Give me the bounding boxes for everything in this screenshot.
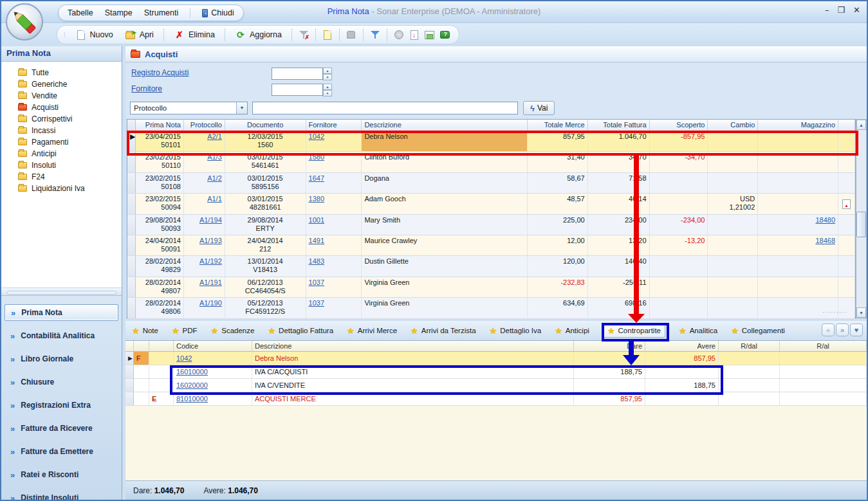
- detail-column-header-avere[interactable]: Avere: [645, 341, 719, 351]
- column-header-marker[interactable]: [127, 120, 136, 131]
- scroll-thumb[interactable]: [856, 212, 866, 237]
- cell-fornitore[interactable]: 1380: [306, 194, 362, 214]
- protocollo-link[interactable]: A1/194: [199, 216, 222, 224]
- cell-protocollo[interactable]: A2/1: [184, 131, 225, 151]
- nav-item-registrazioni-extra[interactable]: »Registrazioni Extra: [5, 397, 118, 414]
- cell-magazzino[interactable]: [758, 277, 838, 297]
- detail-column-header-codice[interactable]: Codice: [174, 341, 252, 351]
- tab-nav-next[interactable]: »: [836, 323, 849, 336]
- grid-vertical-scrollbar[interactable]: ▲ ▼: [856, 119, 867, 318]
- tab-pdf[interactable]: ★PDF: [172, 326, 198, 336]
- cell-protocollo[interactable]: A1/193: [184, 235, 225, 255]
- sidebar-folder-vendite[interactable]: Vendite: [18, 90, 122, 102]
- detail-column-header-ral[interactable]: R/al: [780, 341, 867, 351]
- detail-column-header-flag_f[interactable]: [134, 341, 149, 351]
- cell-fornitore[interactable]: 1647: [306, 173, 362, 193]
- menu-strumenti[interactable]: Strumenti: [144, 8, 179, 17]
- codice-link[interactable]: 16020000: [176, 381, 208, 389]
- cell-fornitore[interactable]: 1001: [306, 215, 362, 235]
- detail-cell-codice[interactable]: 16010000: [174, 365, 252, 378]
- column-header-protocollo[interactable]: Protocollo: [184, 120, 225, 131]
- tab-dettaglio-fattura[interactable]: ★Dettaglio Fattura: [268, 326, 333, 336]
- column-header-fornitore[interactable]: Fornitore: [306, 120, 362, 131]
- sidebar-folder-generiche[interactable]: Generiche: [18, 78, 122, 90]
- column-header-documento[interactable]: Documento: [225, 120, 306, 131]
- detail-column-header-rdal[interactable]: R/dal: [719, 341, 780, 351]
- help-book-icon[interactable]: [439, 29, 451, 41]
- nav-item-ratei-e-risconti[interactable]: »Ratei e Risconti: [5, 466, 118, 483]
- detail-column-header-descrizione[interactable]: Descrizione: [252, 341, 574, 351]
- sidebar-folder-f24[interactable]: F24: [18, 171, 122, 183]
- filter-clear-icon[interactable]: ✗: [298, 29, 309, 41]
- detail-row[interactable]: 16020000IVA C/VENDITE188,75: [125, 379, 867, 392]
- cell-fornitore[interactable]: 1491: [306, 235, 362, 255]
- fornitore-link[interactable]: 1580: [309, 153, 324, 161]
- tab-note[interactable]: ★Note: [132, 326, 158, 336]
- nav-item-prima-nota[interactable]: »Prima Nota: [5, 304, 118, 321]
- protocollo-link[interactable]: A1/2: [207, 174, 222, 182]
- scroll-up-button[interactable]: ▲: [856, 120, 866, 130]
- fornitore-link[interactable]: 1042: [309, 132, 324, 140]
- export-pdf-icon[interactable]: [409, 29, 420, 41]
- magazzino-link[interactable]: 18468: [815, 237, 835, 244]
- nav-item-libro-giornale[interactable]: »Libro Giornale: [5, 351, 118, 367]
- column-header-totale_merce[interactable]: Totale Merce: [528, 120, 588, 131]
- tab-dettaglio-iva[interactable]: ★Dettaglio Iva: [490, 326, 542, 336]
- search-input[interactable]: [252, 102, 518, 114]
- column-header-totale_fattura[interactable]: Totale Fattura: [588, 120, 650, 131]
- nav-item-fatture-da-emettere[interactable]: »Fatture da Emettere: [5, 443, 118, 460]
- column-header-prima_nota[interactable]: Prima Nota: [136, 120, 184, 131]
- cell-protocollo[interactable]: A1/192: [184, 256, 225, 276]
- protocollo-link[interactable]: A1/192: [199, 257, 222, 265]
- fornitore-link[interactable]: 1647: [309, 174, 324, 182]
- sidebar-folder-anticipi[interactable]: Anticipi: [18, 148, 122, 159]
- cell-protocollo[interactable]: A1/3: [184, 152, 225, 172]
- tab-arrivi-merce[interactable]: ★Arrivi Merce: [347, 326, 397, 336]
- column-header-scoperto[interactable]: Scoperto: [650, 120, 708, 131]
- fornitore-link[interactable]: 1491: [309, 237, 324, 244]
- tab-collegamenti[interactable]: ★Collegamenti: [731, 326, 785, 336]
- blank-document-icon[interactable]: [322, 29, 333, 41]
- grid-row[interactable]: 28/02/201449807A1/19106/12/2013CC464054/…: [127, 277, 855, 298]
- cell-fornitore[interactable]: 1580: [306, 152, 362, 172]
- grid-row[interactable]: 29/08/201450093A1/19429/08/2014ERTY1001M…: [127, 215, 855, 235]
- cell-magazzino[interactable]: [758, 256, 838, 276]
- protocollo-link[interactable]: A1/190: [199, 299, 222, 307]
- stamp-icon[interactable]: [346, 29, 357, 41]
- nav-item-chiusure[interactable]: »Chiusure: [5, 374, 118, 390]
- cell-magazzino[interactable]: [758, 131, 838, 151]
- fornitore-link[interactable]: 1037: [309, 299, 324, 307]
- pdf-icon[interactable]: [842, 199, 851, 209]
- aggiorna-button[interactable]: ⟳ Aggiorna: [231, 28, 286, 42]
- search-field-dropdown[interactable]: Protocollo ▼: [130, 102, 248, 114]
- grid-row[interactable]: ▶23/04/201550101A2/112/03/201515601042De…: [127, 131, 855, 152]
- cell-magazzino[interactable]: 18480: [758, 215, 838, 235]
- preview-window-icon[interactable]: [424, 29, 436, 41]
- cell-fornitore[interactable]: 1037: [306, 277, 362, 297]
- cell-protocollo[interactable]: A1/2: [184, 173, 225, 193]
- fornitore-link[interactable]: 1001: [309, 216, 324, 224]
- sidebar-folder-corrispettivi[interactable]: Corrispettivi: [18, 113, 122, 125]
- nav-item-fatture-da-ricevere[interactable]: »Fatture da Ricevere: [5, 420, 118, 437]
- registro-acquisti-spinner[interactable]: ▲▼: [323, 68, 332, 80]
- codice-link[interactable]: 16010000: [176, 368, 208, 376]
- codice-link[interactable]: 1042: [176, 354, 192, 362]
- cell-magazzino[interactable]: [758, 152, 838, 172]
- maximize-button[interactable]: ❒: [837, 6, 845, 15]
- sidebar-folder-liquidazioni-iva[interactable]: Liquidazioni Iva: [18, 183, 122, 194]
- fornitore-input[interactable]: [272, 84, 323, 96]
- column-header-icon[interactable]: [838, 120, 855, 131]
- sidebar-folder-acquisti[interactable]: Acquisti: [18, 102, 122, 113]
- grid-row[interactable]: 23/02/201550108A1/203/01/201558951561647…: [127, 173, 855, 194]
- close-button[interactable]: ✕: [853, 6, 860, 15]
- cell-magazzino[interactable]: [758, 194, 838, 214]
- funnel-icon[interactable]: [369, 29, 381, 41]
- menu-chiudi[interactable]: Chiudi: [202, 8, 234, 17]
- grid-row[interactable]: 28/02/201449806A1/19005/12/2013FC459122/…: [127, 298, 855, 318]
- grid-row[interactable]: 23/02/201550094A1/103/01/201548281661138…: [127, 194, 855, 214]
- registro-acquisti-input[interactable]: [272, 68, 323, 80]
- sidebar-folder-pagamenti[interactable]: Pagamenti: [18, 136, 122, 148]
- tab-arrivi-da-terzista[interactable]: ★Arrivi da Terzista: [411, 326, 476, 336]
- cell-protocollo[interactable]: A1/194: [184, 215, 225, 235]
- menu-tabelle[interactable]: Tabelle: [68, 8, 93, 17]
